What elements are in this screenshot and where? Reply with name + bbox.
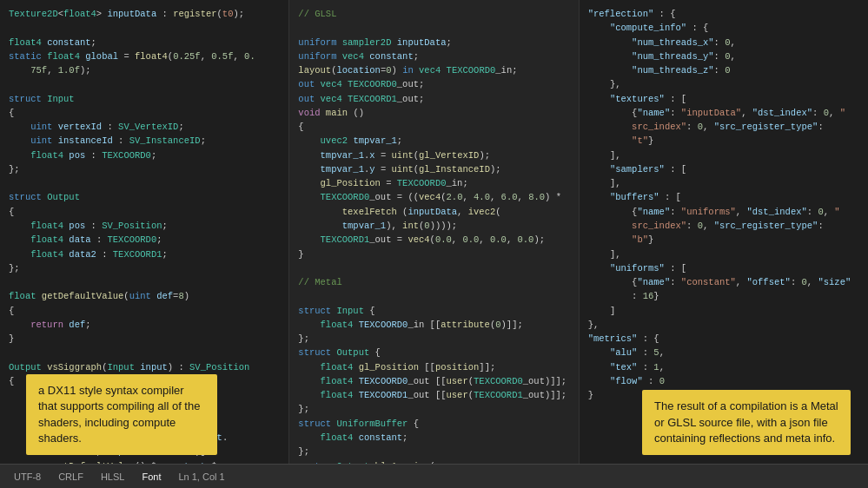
bottom-font[interactable]: Font <box>142 472 161 482</box>
bottom-eol: CRLF <box>58 472 83 482</box>
col-glsl-metal: // GLSL uniform sampler2D inputData; uni… <box>289 0 579 464</box>
main-container: Texture2D<float4> inputData : register(t… <box>0 0 868 488</box>
bottom-encoding: UTF-8 <box>14 472 41 482</box>
tooltip-right: The result of a compilation is a Metal o… <box>642 390 851 455</box>
tooltip-left-text: a DX11 style syntax compiler that suppor… <box>38 384 200 445</box>
bottom-cursor: Ln 1, Col 1 <box>178 472 224 482</box>
bottom-language: HLSL <box>101 472 125 482</box>
tooltip-left: a DX11 style syntax compiler that suppor… <box>26 374 217 455</box>
tooltip-right-text: The result of a compilation is a Metal o… <box>654 399 838 444</box>
bottom-bar: UTF-8 CRLF HLSL Font Ln 1, Col 1 <box>0 464 868 488</box>
